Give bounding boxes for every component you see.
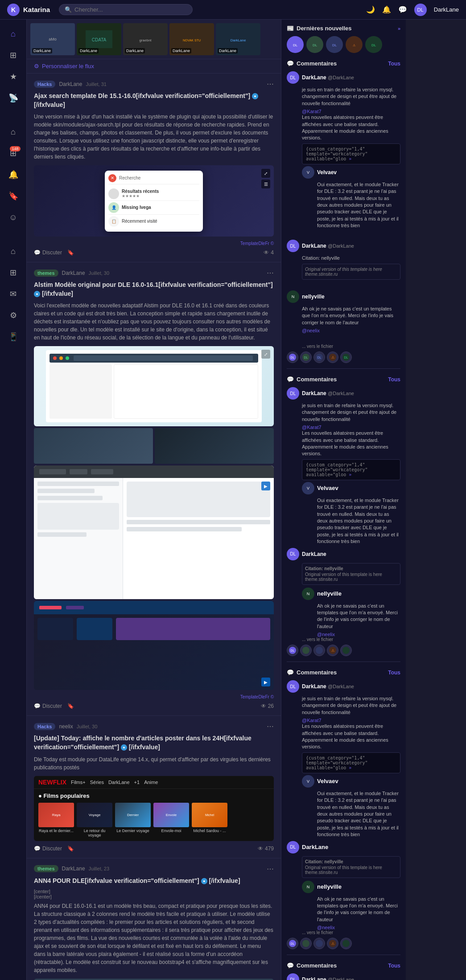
chat-icon[interactable]: 💬 <box>398 5 407 14</box>
sidebar-item-emoji[interactable]: ☺ <box>4 208 22 226</box>
post-2-discuss[interactable]: 💬 Discuter <box>34 703 62 709</box>
reaction-3-1[interactable]: DL <box>287 938 298 949</box>
post-3-discuss[interactable]: 💬 Discuter <box>34 845 62 852</box>
reaction-2-2[interactable] <box>300 645 312 656</box>
post-1-discuss[interactable]: 💬 Discuter <box>34 249 62 256</box>
theme-toggle-icon[interactable]: 🌙 <box>366 5 375 14</box>
code-more-3[interactable]: » <box>349 765 351 770</box>
mention-neelix-3[interactable]: @neelix <box>317 925 335 930</box>
post-3-author[interactable]: neelix <box>59 723 73 730</box>
post-2-tag[interactable]: themes <box>34 270 58 277</box>
hero-image-1[interactable]: aМо DarkLane <box>30 23 75 55</box>
nellyville-3-author[interactable]: nellyville <box>317 883 342 890</box>
sidebar-item-home[interactable]: ⌂ <box>4 25 22 43</box>
hero-image-3[interactable]: graebnt DarkLane <box>123 23 168 55</box>
newflix-movie-2[interactable]: Voyage Le retour du voyage <box>77 803 112 837</box>
notification-icon[interactable]: 🔔 <box>382 5 391 14</box>
news-more-link[interactable]: » <box>398 26 400 31</box>
sidebar-item-grid2[interactable]: ⊞ 148 <box>4 144 22 162</box>
sidebar-item-settings[interactable]: ⚙ <box>4 306 22 324</box>
sidebar-item-bookmark[interactable]: 🔖 <box>4 187 22 205</box>
sidebar-item-feed[interactable]: 📡 <box>4 89 22 107</box>
reaction-3-4[interactable]: ⚠ <box>327 938 338 949</box>
code-more-1[interactable]: » <box>349 156 351 161</box>
post-2-menu[interactable]: ⋯ <box>267 269 274 277</box>
post-1-menu[interactable]: ⋯ <box>267 80 274 88</box>
comment-3-author[interactable]: DarkLane <box>302 683 326 690</box>
comment-4-author[interactable]: DarkLane <box>302 976 326 980</box>
newflix-movie-1[interactable]: Raya Raya et le dernier... <box>38 803 74 837</box>
newflix-movie-5[interactable]: Michel Michel Sardou - ... <box>192 803 227 837</box>
reaction-5[interactable]: DL <box>340 351 352 363</box>
hero-image-4[interactable]: NOVAK STU DarkLane <box>169 23 214 55</box>
post-3-bookmark[interactable]: 🔖 <box>67 845 74 852</box>
mention-karat7[interactable]: @Karat7 <box>302 109 322 114</box>
newflix-series[interactable]: Séries <box>90 780 104 785</box>
darklane-3-author[interactable]: DarkLane <box>302 551 326 557</box>
post-2-author[interactable]: DarkLane <box>62 270 85 276</box>
sidebar-item-home3[interactable]: ⌂ <box>4 242 22 260</box>
mention-karat7-2[interactable]: @Karat7 <box>302 425 322 430</box>
news-avatar-2[interactable]: DL <box>306 36 323 53</box>
post-1-bookmark[interactable]: 🔖 <box>67 249 74 256</box>
reaction-1[interactable]: DL <box>287 351 298 363</box>
darklane-4-author[interactable]: DarkLane <box>302 844 328 850</box>
all-comments-link-2[interactable]: Tous <box>388 376 400 383</box>
sidebar-item-home2[interactable]: ⌂ <box>4 123 22 141</box>
username[interactable]: DarkLane <box>434 6 459 13</box>
newflix-films[interactable]: Films+ <box>71 780 86 785</box>
velvaev-2-author[interactable]: Velvaev <box>317 485 338 491</box>
hero-image-5[interactable]: DarkLane DarkLane <box>216 23 260 55</box>
sidebar-item-mail[interactable]: ✉ <box>4 285 22 303</box>
nav-logo[interactable]: K Katarina <box>7 4 50 16</box>
post-3-menu[interactable]: ⋯ <box>267 722 274 731</box>
post-4-author[interactable]: DarkLane <box>62 866 85 872</box>
news-avatar-5[interactable]: DL <box>365 36 382 53</box>
news-avatar-1[interactable]: DL <box>287 36 304 53</box>
mention-karat7-3[interactable]: @Karat7 <box>302 718 322 723</box>
reaction-3-2[interactable] <box>300 938 312 949</box>
sidebar-item-star[interactable]: ★ <box>4 68 22 86</box>
code-more-2[interactable]: » <box>349 472 351 477</box>
comment-nellyville-author[interactable]: nellyville <box>302 294 325 300</box>
all-comments-link-3[interactable]: Tous <box>388 670 400 676</box>
reaction-3-5[interactable] <box>340 938 352 949</box>
comment-1-author[interactable]: DarkLane <box>302 74 326 81</box>
nellyville-2-author[interactable]: nellyville <box>317 590 342 597</box>
mention-neelix[interactable]: @neelix <box>302 328 320 333</box>
hero-image-2[interactable]: CDATA DarkLane <box>77 23 121 55</box>
post-4-tag[interactable]: themes <box>34 865 58 872</box>
all-comments-link-4[interactable]: Tous <box>388 963 400 969</box>
newflix-plus1[interactable]: +1 <box>134 780 140 785</box>
comment-2-author[interactable]: DarkLane <box>302 390 326 396</box>
news-avatar-3[interactable]: DL <box>326 36 343 53</box>
post-1-tag[interactable]: Hacks <box>34 81 55 88</box>
reaction-2-3[interactable] <box>313 645 325 656</box>
mention-neelix-2[interactable]: @neelix <box>317 632 335 637</box>
sidebar-item-bell[interactable]: 🔔 <box>4 166 22 184</box>
velvaev-3-author[interactable]: Velvaev <box>317 778 338 784</box>
newflix-anime[interactable]: Anime <box>144 780 158 785</box>
post-4-menu[interactable]: ⋯ <box>267 865 274 873</box>
news-avatar-4[interactable]: ⚠ <box>346 36 363 53</box>
avatar[interactable]: DL <box>414 4 427 16</box>
newflix-darklane[interactable]: DarkLane <box>108 780 130 785</box>
customize-bar[interactable]: ⚙ Personnaliser le flux <box>27 59 281 74</box>
comment-dl2-author[interactable]: DarkLane <box>302 243 326 249</box>
search-input[interactable] <box>74 6 187 13</box>
reaction-3-3[interactable] <box>313 938 325 949</box>
sidebar-item-grid[interactable]: ⊞ <box>4 46 22 64</box>
reaction-4[interactable]: ⚠ <box>327 351 338 363</box>
post-2-bookmark[interactable]: 🔖 <box>67 703 74 709</box>
reaction-2[interactable]: DL <box>300 351 312 363</box>
search-bar[interactable]: 🔍 <box>59 4 193 15</box>
sidebar-item-grid3[interactable]: ⊞ <box>4 264 22 282</box>
all-comments-link-1[interactable]: Tous <box>388 61 400 67</box>
newflix-movie-4[interactable]: Envole Envole-moi <box>153 803 189 837</box>
reaction-2-5[interactable] <box>340 645 352 656</box>
comment-velvaev-author[interactable]: Velvaev <box>317 169 337 176</box>
post-3-tag[interactable]: Hacks <box>34 723 55 730</box>
reaction-3[interactable]: DL <box>313 351 325 363</box>
sidebar-item-mobile[interactable]: 📱 <box>4 328 22 346</box>
newflix-movie-3[interactable]: Dernier Le Dernier voyage <box>115 803 151 837</box>
